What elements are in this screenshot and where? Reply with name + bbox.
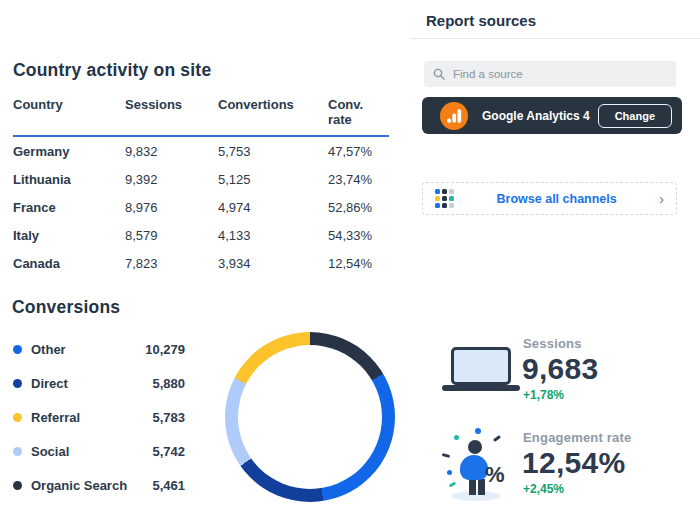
legend-item: Organic Search 5,461 xyxy=(13,475,185,495)
legend-label: Social xyxy=(31,444,69,459)
laptop-icon xyxy=(442,347,520,395)
legend-item: Direct 5,880 xyxy=(13,373,185,393)
conversions-legend: Other 10,279 Direct 5,880 Referral 5,783… xyxy=(13,339,185,495)
cell-country: France xyxy=(13,200,125,215)
engagement-rate-stat-delta: +2,45% xyxy=(523,482,564,496)
cell-conv-rate: 52,86% xyxy=(328,200,389,215)
legend-dot-icon xyxy=(13,345,22,354)
browse-all-channels-label: Browse all channels xyxy=(454,192,659,206)
channel-dot xyxy=(435,196,440,201)
cell-conv-rate: 23,74% xyxy=(328,172,389,187)
search-icon xyxy=(433,68,445,80)
cell-sessions: 8,579 xyxy=(125,228,218,243)
channel-dot xyxy=(442,203,447,208)
col-header-sessions: Sessions xyxy=(125,97,218,127)
table-row: France 8,976 4,974 52,86% xyxy=(13,193,389,221)
report-sources-divider xyxy=(410,38,700,39)
cell-sessions: 8,976 xyxy=(125,200,218,215)
cell-conversions: 3,934 xyxy=(218,256,328,271)
source-name: Google Analytics 4 xyxy=(482,109,590,123)
cell-conversions: 4,133 xyxy=(218,228,328,243)
cell-conversions: 5,125 xyxy=(218,172,328,187)
cell-sessions: 9,832 xyxy=(125,144,218,159)
change-source-button[interactable]: Change xyxy=(598,104,672,128)
channel-dot xyxy=(442,196,447,201)
cell-country: Germany xyxy=(13,144,125,159)
channel-dot xyxy=(435,189,440,194)
cell-conv-rate: 47,57% xyxy=(328,144,389,159)
engagement-rate-stat-value: 12,54% xyxy=(522,446,626,480)
cell-conv-rate: 12,54% xyxy=(328,256,389,271)
cell-country: Italy xyxy=(13,228,125,243)
engagement-rate-stat-label: Engagement rate xyxy=(523,430,631,445)
legend-value: 5,461 xyxy=(152,478,185,493)
search-input[interactable] xyxy=(453,68,667,80)
legend-label: Direct xyxy=(31,376,68,391)
legend-label: Referral xyxy=(31,410,80,425)
table-row: Canada 7,823 3,934 12,54% xyxy=(13,249,389,277)
google-analytics-source-card: Google Analytics 4 Change xyxy=(422,97,682,134)
table-header-row: Country Sessions Convertions Conv. rate xyxy=(13,97,389,137)
legend-dot-icon xyxy=(13,413,22,422)
google-analytics-icon xyxy=(440,102,468,130)
legend-item: Referral 5,783 xyxy=(13,407,185,427)
channel-dot xyxy=(442,189,447,194)
channels-grid-icon xyxy=(435,189,454,208)
cell-country: Canada xyxy=(13,256,125,271)
chevron-right-icon: › xyxy=(659,192,664,206)
cell-conv-rate: 54,33% xyxy=(328,228,389,243)
cell-sessions: 7,823 xyxy=(125,256,218,271)
sessions-stat-label: Sessions xyxy=(523,336,582,351)
table-row: Italy 8,579 4,133 54,33% xyxy=(13,221,389,249)
cell-conversions: 4,974 xyxy=(218,200,328,215)
legend-item: Social 5,742 xyxy=(13,441,185,461)
legend-item: Other 10,279 xyxy=(13,339,185,359)
legend-label: Organic Search xyxy=(31,478,127,493)
browse-all-channels-button[interactable]: Browse all channels › xyxy=(422,182,677,215)
legend-value: 5,742 xyxy=(152,444,185,459)
cell-country: Lithuania xyxy=(13,172,125,187)
channel-dot xyxy=(435,203,440,208)
source-search-box[interactable] xyxy=(424,61,676,87)
col-header-conv-rate: Conv. rate xyxy=(328,97,389,127)
legend-value: 5,880 xyxy=(152,376,185,391)
table-row: Lithuania 9,392 5,125 23,74% xyxy=(13,165,389,193)
legend-dot-icon xyxy=(13,481,22,490)
report-sources-title: Report sources xyxy=(426,12,536,29)
country-table-body: Germany 9,832 5,753 47,57% Lithuania 9,3… xyxy=(13,137,389,277)
cell-conversions: 5,753 xyxy=(218,144,328,159)
col-header-conversions: Convertions xyxy=(218,97,328,127)
legend-value: 10,279 xyxy=(145,342,185,357)
legend-dot-icon xyxy=(13,447,22,456)
conversions-donut-chart xyxy=(225,332,395,502)
engagement-person-icon: % xyxy=(444,430,516,502)
legend-dot-icon xyxy=(13,379,22,388)
cell-sessions: 9,392 xyxy=(125,172,218,187)
conversions-title: Conversions xyxy=(12,297,120,318)
sessions-stat-value: 9,683 xyxy=(522,352,599,386)
legend-label: Other xyxy=(31,342,66,357)
sessions-stat-delta: +1,78% xyxy=(523,388,564,402)
legend-value: 5,783 xyxy=(152,410,185,425)
table-row: Germany 9,832 5,753 47,57% xyxy=(13,137,389,165)
country-activity-title: Country activity on site xyxy=(13,60,211,81)
col-header-country: Country xyxy=(13,97,125,127)
country-activity-table: Country Sessions Convertions Conv. rate … xyxy=(13,97,389,277)
